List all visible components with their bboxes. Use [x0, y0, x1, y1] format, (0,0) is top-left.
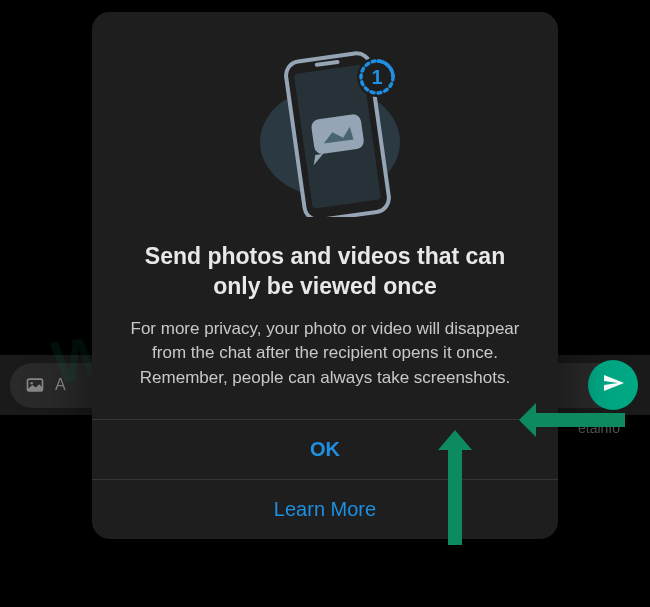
svg-point-1	[30, 382, 33, 385]
ok-button[interactable]: OK	[92, 420, 558, 479]
view-once-modal: 1 Send photos and videos that can only b…	[92, 12, 558, 539]
modal-illustration: 1	[92, 12, 558, 232]
modal-body: For more privacy, your photo or video wi…	[92, 312, 558, 419]
learn-more-button[interactable]: Learn More	[92, 480, 558, 539]
svg-text:1: 1	[371, 66, 382, 88]
annotation-arrow-up	[430, 430, 480, 549]
annotation-arrow-left	[515, 395, 625, 449]
chat-input-text: A	[55, 376, 66, 394]
modal-title: Send photos and videos that can only be …	[92, 232, 558, 312]
image-icon	[25, 375, 45, 395]
svg-rect-6	[310, 113, 364, 155]
